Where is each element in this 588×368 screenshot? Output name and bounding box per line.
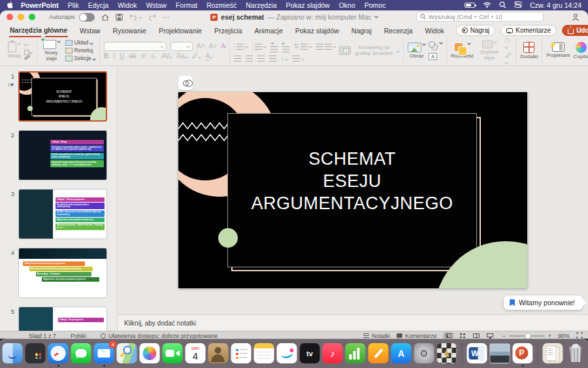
dock-notes[interactable] [254, 343, 274, 363]
slide-5-thumbnail[interactable]: 4 Akapit - Drugi argument [18, 307, 107, 331]
tab-narzedzia-glowne[interactable]: Narzędzia główne [9, 24, 68, 37]
dock-facetime[interactable] [163, 343, 183, 363]
dock-messages[interactable] [71, 343, 91, 363]
slide-4-thumbnail[interactable]: 3 Akapit Kontekst do pierwszego argument… [18, 248, 107, 298]
align-right-button[interactable] [257, 56, 265, 61]
new-slide-button[interactable]: Nowy slajd [41, 40, 62, 62]
cut-button[interactable]: ✂ [24, 42, 33, 48]
slide-1-thumbnail[interactable]: ⌄⌄⌄⌄⌄⌄⌄⌄ SCHEMAT ESEJU ARGUMENTACYJNEGO [18, 71, 107, 122]
record-button[interactable]: Nagraj [456, 25, 495, 36]
menu-edycja[interactable]: Edycja [88, 1, 109, 9]
italic-button[interactable]: I [113, 53, 115, 59]
dock-appstore[interactable]: A [391, 343, 412, 363]
highlight-button[interactable]: 🖉 [192, 53, 201, 59]
menu-clock[interactable]: Czw. 4 gru 14:24 [530, 1, 581, 9]
addins-button[interactable]: Dodatki [520, 42, 538, 60]
convert-smartart-button[interactable]: Konwertuj na grafikę SmartArt [339, 45, 399, 57]
slide-copilot-button[interactable] [178, 76, 193, 90]
notes-pane[interactable]: Kliknij, aby dodać notatki [118, 314, 588, 331]
tab-recenzja[interactable]: Recenzja [384, 25, 414, 37]
doc-title-chevron-icon[interactable] [374, 14, 378, 18]
font-size-select[interactable] [171, 42, 193, 51]
tab-przejscia[interactable]: Przejścia [214, 25, 243, 37]
tab-wstaw[interactable]: Wstaw [79, 25, 101, 37]
dock-trash[interactable] [566, 343, 586, 363]
zoom-window-button[interactable] [29, 14, 35, 20]
decrease-font-size-button[interactable]: A˅ [209, 43, 218, 50]
dock-numbers[interactable] [346, 343, 366, 363]
home-icon[interactable] [101, 14, 109, 21]
reading-view-button[interactable] [470, 332, 482, 339]
fit-slide-button[interactable] [576, 332, 583, 339]
numbering-button[interactable] [252, 44, 266, 50]
search-input[interactable]: Wyszukaj (Cmd + Ctrl + U) [416, 12, 544, 22]
text-box-button[interactable]: A [429, 53, 437, 60]
tab-projektowanie[interactable]: Projektowanie [158, 25, 203, 37]
zoom-slider-knob[interactable] [525, 333, 531, 339]
underline-button[interactable]: U [120, 53, 124, 59]
tab-rysowanie[interactable]: Rysowanie [112, 25, 147, 37]
quick-styles-button[interactable]: Szybkie style [477, 41, 502, 61]
tab-widok[interactable]: Widok [425, 25, 445, 37]
font-name-select[interactable] [104, 42, 167, 51]
increase-font-size-button[interactable]: A˄ [197, 43, 205, 50]
dock-finder[interactable] [3, 343, 23, 363]
green-dot-shape[interactable] [218, 228, 238, 248]
format-painter-button[interactable] [24, 56, 33, 59]
menu-wstaw[interactable]: Wstaw [146, 1, 167, 9]
paste-button[interactable]: Wklej [8, 42, 21, 59]
superscript-button[interactable]: x² [140, 53, 146, 59]
align-center-button[interactable] [246, 56, 253, 61]
dock-pages[interactable] [368, 343, 389, 363]
menu-pokaz-slajdow[interactable]: Pokaz slajdów [286, 1, 330, 9]
wifi-icon[interactable] [483, 1, 491, 9]
welcome-back-tooltip[interactable]: Witamy ponownie! [504, 295, 583, 310]
clear-formatting-button[interactable]: A̷ [221, 43, 225, 50]
shapes-button[interactable] [429, 41, 442, 50]
close-window-button[interactable] [7, 14, 13, 20]
zoom-slider[interactable] [509, 335, 545, 337]
bold-button[interactable]: B [104, 53, 108, 59]
slide-2-thumbnail[interactable]: 1 Akapit - Wstęp Teza (jasne stanowisko … [18, 130, 107, 180]
slide-canvas[interactable]: SCHEMAT ESEJU ARGUMENTACYJNEGO [178, 92, 527, 288]
picture-button[interactable]: Obraz [408, 42, 425, 59]
dock-safari[interactable] [48, 343, 69, 363]
columns-button[interactable] [316, 44, 336, 50]
reset-button[interactable]: Resetuj [65, 48, 96, 54]
slide-title-textbox[interactable]: SCHEMAT ESEJU ARGUMENTACYJNEGO [227, 113, 477, 267]
decrease-indent-button[interactable]: ◂ [270, 40, 278, 54]
dock-calendar[interactable]: GRU4 [186, 343, 206, 363]
menu-narzedzia[interactable]: Narzędzia [246, 1, 276, 9]
comments-toggle[interactable]: Komentarze [397, 333, 437, 339]
menu-plik[interactable]: Plik [68, 1, 79, 9]
notes-toggle[interactable]: Notatki [363, 333, 390, 339]
zoom-out-button[interactable]: − [502, 333, 505, 339]
align-left-button[interactable] [234, 56, 241, 61]
more-commands-icon[interactable]: ⋯ [163, 13, 170, 22]
line-spacing-button[interactable]: ⇅ [294, 43, 312, 50]
comments-button[interactable]: Komentarze [500, 25, 557, 36]
tab-animacje[interactable]: Animacje [254, 25, 284, 37]
copilot-button[interactable]: Copilot [573, 42, 588, 60]
change-case-button[interactable]: Aa [176, 53, 187, 59]
accessibility-status[interactable]: Ułatwienia dostępu: dobrze przygotowane [101, 333, 218, 339]
dock-photos[interactable] [140, 343, 160, 363]
spotlight-search-icon[interactable] [499, 1, 506, 10]
menu-widok[interactable]: Widok [118, 1, 137, 9]
dock-powerpoint[interactable] [513, 343, 533, 363]
dock-settings[interactable]: ⚙ [414, 343, 434, 363]
section-button[interactable]: Sekcja [65, 56, 96, 61]
arrange-button[interactable]: Rozmieść [451, 42, 474, 59]
save-icon[interactable] [116, 14, 123, 21]
dock-contacts[interactable] [208, 343, 229, 363]
control-center-icon[interactable] [514, 1, 522, 9]
menu-okno[interactable]: Okno [339, 1, 355, 9]
dock-mail[interactable]: 4 [94, 343, 114, 363]
menu-app-name[interactable]: PowerPoint [21, 1, 59, 9]
dock-chess[interactable]: ♞ [437, 343, 457, 363]
document-title[interactable]: esej schemat [221, 13, 264, 21]
subscript-button[interactable]: x₂ [151, 53, 157, 59]
autosave-toggle[interactable] [79, 13, 95, 22]
text-direction-button[interactable]: ↕ [281, 56, 288, 62]
align-text-button[interactable] [293, 56, 304, 61]
